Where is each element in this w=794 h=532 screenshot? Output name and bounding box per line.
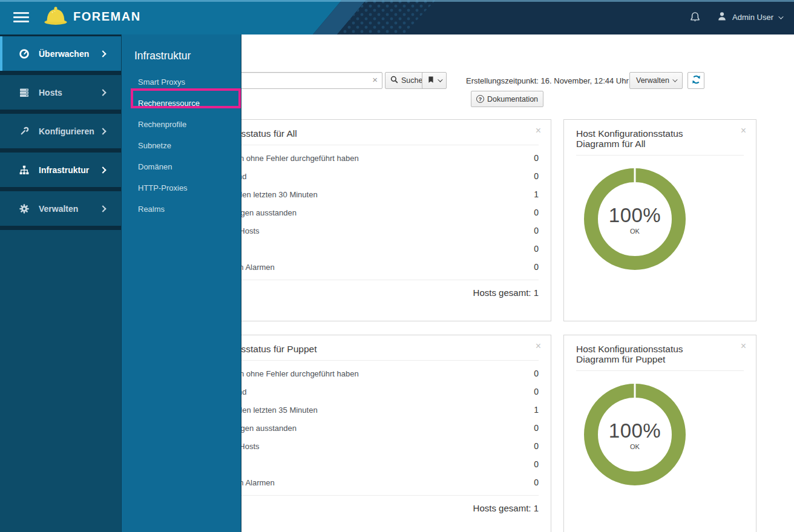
documentation-button[interactable]: ? Dokumentation	[471, 91, 543, 107]
donut-percent: 100%	[609, 204, 661, 227]
card-title: Host Konfigurationsstatus Diagramm für A…	[576, 128, 700, 149]
donut-status-label: OK	[630, 443, 640, 450]
card-title: Host Konfigurationsstatus Diagramm für P…	[576, 344, 700, 364]
chart-card-all: Host Konfigurationsstatus Diagramm für A…	[563, 119, 756, 321]
chevron-right-icon	[99, 89, 106, 96]
clear-search-icon[interactable]: ×	[372, 74, 378, 85]
manage-dropdown-button[interactable]: Verwalten	[629, 72, 683, 89]
sidebar-item-konfigurieren[interactable]: Konfigurieren	[0, 114, 121, 148]
divider	[0, 187, 121, 191]
sidebar-item-hosts[interactable]: Hosts	[0, 75, 121, 110]
donut-status-label: OK	[630, 228, 640, 235]
tachometer-icon	[18, 48, 30, 59]
status-row-value: 0	[534, 369, 539, 378]
hardhat-icon	[44, 5, 68, 28]
documentation-button-label: Dokumentation	[487, 95, 538, 103]
donut-chart-all: 100% OK	[584, 168, 714, 298]
status-row-value: 0	[534, 441, 539, 451]
flyout-item-http-proxies[interactable]: HTTP-Proxies	[122, 177, 241, 199]
divider	[0, 110, 121, 114]
wrench-icon	[18, 126, 30, 137]
status-row-value: 0	[534, 244, 539, 254]
chevron-right-icon	[99, 128, 106, 134]
divider	[576, 370, 744, 371]
donut-chart-puppet: 100% OK	[584, 384, 714, 513]
sidebar-nav: Überwachen Hosts	[0, 34, 121, 532]
status-row-value: 1	[534, 405, 539, 415]
status-row-value: 0	[534, 459, 539, 469]
donut-percent: 100%	[609, 419, 661, 442]
notifications-bell-icon[interactable]	[689, 11, 701, 23]
user-name: Admin User	[732, 13, 773, 22]
chevron-down-icon	[672, 77, 677, 82]
status-row-value: 0	[534, 153, 539, 163]
sidebar-item-infrastruktur[interactable]: Infrastruktur	[0, 153, 121, 187]
chevron-right-icon	[99, 205, 106, 212]
brand-logo[interactable]: FOREMAN	[44, 5, 141, 28]
status-row-value: 0	[534, 387, 539, 396]
status-row-value: 1	[534, 189, 539, 199]
divider	[0, 226, 121, 230]
donut-gap	[634, 384, 636, 398]
chevron-down-icon	[438, 77, 442, 82]
sitemap-icon	[18, 165, 30, 176]
flyout-title: Infrastruktur	[122, 34, 241, 62]
status-row-value: 0	[534, 171, 539, 181]
sidebar-item-label: Verwalten	[39, 204, 78, 214]
flyout-item-rechenressource[interactable]: Rechenressource	[122, 93, 241, 114]
search-button-label: Suche	[401, 76, 422, 85]
divider	[576, 155, 744, 156]
status-row-value: 0	[534, 478, 539, 487]
refresh-button[interactable]	[687, 72, 704, 89]
refresh-icon	[691, 74, 701, 87]
search-icon	[390, 76, 398, 85]
close-icon[interactable]: ×	[741, 126, 746, 136]
user-avatar-icon	[717, 11, 727, 24]
sidebar-item-label: Konfigurieren	[39, 126, 94, 136]
masthead-top-stripe	[0, 0, 794, 2]
sidebar-item-label: Überwachen	[39, 49, 89, 59]
chevron-right-icon	[99, 50, 106, 57]
flyout-item-domaenen[interactable]: Domänen	[122, 156, 241, 177]
masthead: FOREMAN Admin User	[0, 0, 794, 34]
divider	[0, 71, 121, 75]
flyout-item-realms[interactable]: Realms	[122, 199, 241, 220]
close-icon[interactable]: ×	[536, 341, 541, 351]
chart-card-puppet: Host Konfigurationsstatus Diagramm für P…	[563, 335, 756, 532]
close-icon[interactable]: ×	[741, 341, 746, 351]
divider	[0, 148, 121, 153]
created-timestamp: Erstellungszeitpunkt: 16. November, 12:4…	[466, 76, 629, 85]
server-icon	[18, 87, 30, 98]
close-icon[interactable]: ×	[536, 126, 541, 136]
manage-button-label: Verwalten	[636, 76, 669, 85]
sidebar-item-verwalten[interactable]: Verwalten	[0, 191, 121, 226]
sidebar-item-label: Infrastruktur	[39, 165, 89, 175]
brand-name: FOREMAN	[73, 10, 141, 24]
donut-gap	[634, 168, 636, 182]
status-row-value: 0	[534, 226, 539, 235]
flyout-menu-infrastruktur: Infrastruktur Smart Proxys Rechenressour…	[121, 34, 241, 532]
status-row-value: 0	[534, 423, 539, 433]
status-row-value: 0	[534, 262, 539, 272]
flyout-item-rechenprofile[interactable]: Rechenprofile	[122, 114, 241, 135]
question-circle-icon: ?	[476, 95, 484, 103]
foreman-dashboard: FOREMAN Admin User	[0, 0, 794, 532]
hamburger-menu-icon[interactable]	[13, 12, 29, 22]
bookmark-dropdown-button[interactable]	[422, 72, 447, 89]
user-menu[interactable]: Admin User	[717, 11, 782, 24]
sidebar-item-label: Hosts	[39, 88, 62, 97]
flyout-item-subnetze[interactable]: Subnetze	[122, 135, 241, 156]
gear-icon	[18, 203, 30, 214]
flyout-item-smart-proxys[interactable]: Smart Proxys	[122, 71, 241, 93]
chevron-down-icon	[778, 14, 783, 19]
status-row-value: 0	[534, 208, 539, 217]
chevron-right-icon	[99, 166, 106, 173]
sidebar-item-ueberwachen[interactable]: Überwachen	[0, 36, 121, 71]
bookmark-icon	[427, 76, 435, 85]
